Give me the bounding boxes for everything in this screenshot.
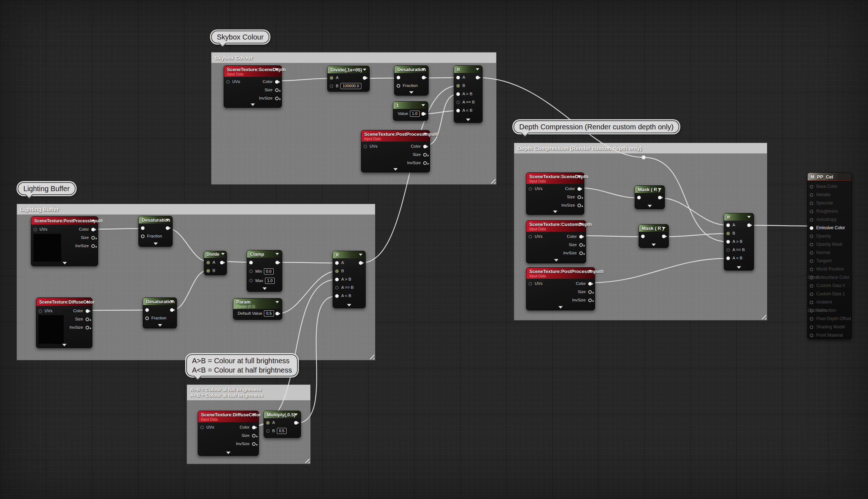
pin-custom-data-0-input[interactable] (810, 284, 813, 288)
pin-color-output[interactable] (579, 235, 583, 239)
pin-input[interactable] (397, 76, 400, 79)
value-field[interactable]: 0.5 (264, 310, 274, 317)
pin-max-input[interactable] (249, 279, 253, 282)
pin-result-output[interactable] (363, 76, 366, 80)
node-depth-scenedepth[interactable]: SceneTexture:SceneDepth Input Data UVsCo… (526, 172, 584, 215)
node-header[interactable]: Clamp (247, 250, 282, 258)
pin-emissive-color-input[interactable] (810, 226, 813, 230)
pin-input[interactable] (637, 196, 641, 199)
pin-a-input[interactable] (266, 421, 270, 425)
pin-a-eq-b-input[interactable] (726, 248, 730, 252)
pin-size-output[interactable] (252, 434, 256, 438)
chevron-down-icon[interactable] (166, 219, 169, 221)
pin-result-output[interactable] (747, 223, 751, 227)
pin-a-gt-b-input[interactable] (335, 278, 339, 281)
pin-a-lt-b-input[interactable] (456, 109, 460, 112)
expand-chevron-icon[interactable] (554, 259, 558, 262)
pin-base-color-input[interactable] (810, 185, 813, 189)
pin-output[interactable] (166, 226, 169, 230)
pin-invsize-output[interactable] (91, 244, 95, 248)
pin-color-output[interactable] (252, 426, 256, 429)
chevron-down-icon[interactable] (421, 104, 425, 106)
node-constant-one[interactable]: 1 Value1.0 (393, 101, 428, 121)
pin-output[interactable] (658, 196, 662, 199)
node-header[interactable]: Mask ( R ) (635, 186, 664, 193)
value-field[interactable]: 1.0 (410, 111, 420, 117)
node-skybox-scenedepth[interactable]: SceneTexture:SceneDepth Input Data UVsCo… (224, 65, 282, 108)
chevron-down-icon[interactable] (363, 69, 366, 71)
node-lighting-desaturation-top[interactable]: Desaturation Fraction (138, 216, 173, 247)
chevron-down-icon[interactable] (422, 68, 425, 70)
pin-a-gt-b-input[interactable] (456, 92, 460, 96)
node-lighting-if[interactable]: If A B A > B A == B A < B (333, 251, 366, 308)
comment-resize-handle[interactable] (761, 314, 766, 319)
value-field[interactable]: 0.0 (264, 268, 274, 274)
chevron-down-icon[interactable] (275, 301, 279, 303)
pin-color-output[interactable] (577, 187, 581, 191)
pin-a-input[interactable] (456, 76, 460, 79)
node-lighting-diffusecolor[interactable]: SceneTexture:DiffuseColor UVsColor Size … (36, 297, 92, 348)
pin-output[interactable] (170, 308, 174, 312)
material-graph-canvas[interactable]: Skybox Colour Lighting Buffer A>B = Colo… (0, 0, 868, 499)
expand-chevron-icon[interactable] (466, 119, 470, 121)
node-header[interactable]: SceneTexture:SceneDepth Input Data (224, 66, 282, 77)
node-header[interactable]: Mask ( R ) (639, 225, 668, 232)
pin-a-input[interactable] (330, 76, 333, 80)
node-header[interactable]: SceneTexture:CustomDepth Input Data (526, 221, 586, 232)
expand-chevron-icon[interactable] (393, 168, 398, 171)
pin-color-output[interactable] (588, 282, 592, 286)
expand-chevron-icon[interactable] (553, 211, 557, 213)
chevron-down-icon[interactable] (658, 188, 662, 190)
node-header[interactable]: Desaturation (394, 66, 428, 73)
pin-a-input[interactable] (206, 261, 210, 264)
chevron-down-icon[interactable] (588, 270, 592, 272)
pin-a-input[interactable] (335, 261, 339, 265)
comment-skybox-colour-header[interactable]: Skybox Colour (211, 52, 496, 63)
pin-uvs-input[interactable] (226, 80, 230, 84)
comment-resize-handle[interactable] (490, 178, 495, 184)
pin-invsize-output[interactable] (86, 326, 89, 329)
chevron-down-icon[interactable] (423, 133, 427, 135)
node-header[interactable]: Divide (204, 251, 227, 258)
pin-shading-model-input[interactable] (810, 325, 813, 329)
node-skybox-postprocessinput0[interactable]: SceneTexture:PostProcessInput0 Input Dat… (361, 130, 430, 172)
pin-a-eq-b-input[interactable] (335, 286, 339, 290)
expand-chevron-icon[interactable] (251, 103, 255, 106)
pin-result-output[interactable] (476, 76, 479, 79)
value-field[interactable]: 1.0 (265, 278, 275, 284)
pin-input[interactable] (141, 226, 145, 230)
pin-custom-data-1-input[interactable] (810, 292, 813, 296)
pin-b-input[interactable] (726, 232, 730, 235)
comment-lighting-buffer-header[interactable]: Lighting Buffer (17, 204, 375, 215)
pin-uvs-input[interactable] (38, 309, 42, 313)
node-header[interactable]: SceneTexture:SceneDepth Input Data (526, 173, 584, 184)
pin-min-input[interactable] (249, 269, 253, 273)
node-header[interactable]: SceneTexture:DiffuseColor Input Data (198, 411, 259, 422)
node-header[interactable]: 1 (393, 102, 428, 109)
pin-opacity-mask-input[interactable] (810, 243, 813, 246)
value-field[interactable]: 100000.0 (341, 83, 361, 89)
pin-result-output[interactable] (220, 261, 224, 264)
pin-refraction-input[interactable] (810, 309, 813, 313)
pin-uvs-input[interactable] (529, 187, 532, 191)
pin-uvs-input[interactable] (200, 426, 204, 429)
node-depth-if[interactable]: If A B A > B A == B A < B (724, 213, 754, 271)
expand-chevron-icon[interactable] (226, 452, 230, 454)
pin-a-lt-b-input[interactable] (726, 257, 730, 260)
node-depth-postprocessinput0[interactable]: SceneTexture:PostProcessInput0 Input Dat… (526, 267, 595, 310)
pin-b-input[interactable] (456, 84, 460, 88)
pin-ambient-occlusion-input[interactable] (810, 301, 813, 304)
pin-size-output[interactable] (423, 153, 427, 157)
expand-chevron-icon[interactable] (558, 306, 563, 309)
chevron-down-icon[interactable] (747, 216, 751, 218)
chevron-down-icon[interactable] (170, 300, 174, 302)
node-lighting-desaturation-bottom[interactable]: Desaturation Fraction (143, 297, 177, 328)
pin-invsize-output[interactable] (423, 161, 427, 165)
chevron-down-icon[interactable] (275, 253, 279, 255)
pin-size-output[interactable] (577, 195, 581, 199)
pin-input[interactable] (145, 308, 149, 312)
node-header[interactable]: If (333, 251, 365, 258)
chevron-up-icon[interactable] (91, 219, 95, 221)
node-header[interactable]: Param Param (0.5) (233, 299, 282, 309)
pin-size-output[interactable] (91, 236, 95, 240)
